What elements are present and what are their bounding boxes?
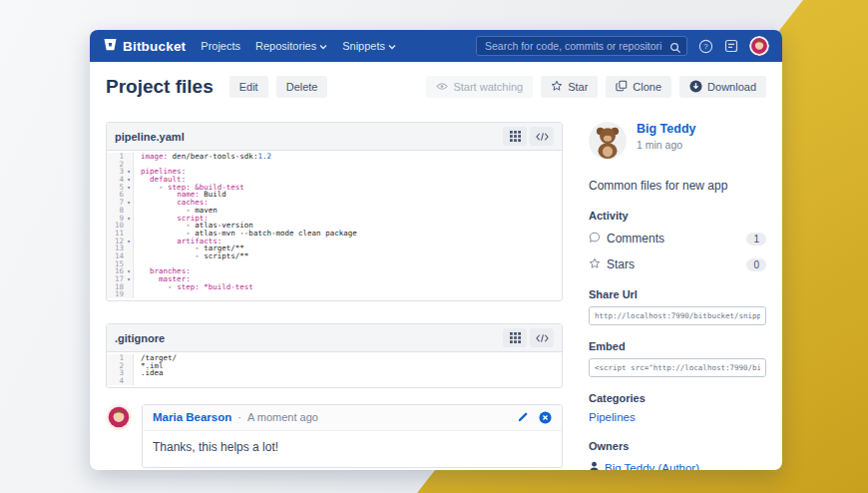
fold-toggle-icon xyxy=(125,230,133,238)
code-line: 4 xyxy=(107,377,562,385)
fold-toggle-icon xyxy=(125,369,133,377)
nav-item-snippets[interactable]: Snippets xyxy=(342,40,396,52)
bitbucket-brand[interactable]: Bitbucket xyxy=(103,37,186,56)
file-header: pipeline.yaml xyxy=(107,123,562,151)
chevron-down-icon xyxy=(388,40,396,52)
snippet-description: Common files for new app xyxy=(589,179,766,193)
share-url-input[interactable] xyxy=(589,306,766,325)
fold-toggle-icon xyxy=(125,252,133,260)
code-line: 1/target/ xyxy=(107,354,562,362)
embed-input[interactable] xyxy=(589,358,766,377)
fold-toggle-icon xyxy=(125,362,133,370)
fold-toggle-icon[interactable]: ▾ xyxy=(125,184,133,192)
bitbucket-logo-icon xyxy=(103,37,118,56)
file-card-gitignore: .gitignore 1/target/2*.iml3.idea4 xyxy=(106,323,563,388)
owners-heading: Owners xyxy=(589,440,766,452)
clone-button[interactable]: Clone xyxy=(606,76,671,98)
delete-comment-icon[interactable] xyxy=(539,411,552,424)
files-column: pipeline.yaml 1image: den/bear-tools-sdk… xyxy=(106,122,563,470)
file-card-pipeline: pipeline.yaml 1image: den/bear-tools-sdk… xyxy=(106,122,563,301)
owner-author-link[interactable]: Big Teddy (Author) xyxy=(605,462,699,470)
nav-user-avatar[interactable] xyxy=(749,36,769,56)
file-name: pipeline.yaml xyxy=(115,131,185,143)
categories-heading: Categories xyxy=(589,392,766,404)
comment-timestamp: A moment ago xyxy=(247,411,318,423)
comment: Maria Bearson · A moment ago Thanks xyxy=(106,404,563,468)
comment-header: Maria Bearson · A moment ago xyxy=(143,405,562,430)
commenter-avatar[interactable] xyxy=(106,404,132,430)
fold-toggle-icon xyxy=(125,222,133,230)
comment-author[interactable]: Maria Bearson xyxy=(153,411,231,423)
fold-toggle-icon xyxy=(125,207,133,215)
search-icon xyxy=(669,40,681,58)
file-name: .gitignore xyxy=(115,332,165,344)
start-watching-button[interactable]: Start watching xyxy=(426,76,533,98)
download-icon xyxy=(689,80,702,95)
activity-row-comments[interactable]: Comments 1 xyxy=(589,230,766,247)
fold-toggle-icon[interactable]: ▾ xyxy=(125,215,133,223)
fold-toggle-icon[interactable]: ▾ xyxy=(125,199,133,207)
line-number: 19 xyxy=(107,290,125,298)
help-icon[interactable]: ? xyxy=(698,39,713,54)
fold-toggle-icon[interactable]: ▾ xyxy=(125,238,133,246)
download-button[interactable]: Download xyxy=(679,76,766,98)
fold-toggle-icon[interactable]: ▾ xyxy=(125,168,133,176)
owner-summary: Big Teddy 1 min ago xyxy=(589,122,766,160)
star-icon xyxy=(589,255,601,273)
line-number: 4 xyxy=(107,377,125,385)
page-title: Project files xyxy=(106,76,214,98)
chevron-down-icon xyxy=(319,40,327,52)
person-icon xyxy=(589,459,600,470)
code-line: 18 - step: *build-test xyxy=(107,283,562,291)
file-header: .gitignore xyxy=(107,324,562,352)
share-url-heading: Share Url xyxy=(589,288,766,300)
fold-toggle-icon xyxy=(125,283,133,291)
grid-view-icon[interactable] xyxy=(503,328,527,347)
fold-toggle-icon[interactable]: ▾ xyxy=(125,176,133,184)
category-link-pipelines[interactable]: Pipelines xyxy=(589,411,636,423)
code-line: 14 - scripts/** xyxy=(107,252,562,260)
owner-name-link[interactable]: Big Teddy xyxy=(637,122,696,136)
fold-toggle-icon xyxy=(125,354,133,362)
delete-button[interactable]: Delete xyxy=(276,76,328,98)
details-sidebar: Big Teddy 1 min ago Common files for new… xyxy=(589,122,766,470)
code-line: 1image: den/bear-tools-sdk:1.2 xyxy=(107,153,562,161)
fold-toggle-icon xyxy=(125,153,133,161)
top-nav: Bitbucket Projects Repositories Snippets… xyxy=(90,30,782,62)
clone-icon xyxy=(616,80,628,94)
share-url-section: Share Url xyxy=(589,288,766,325)
grid-view-icon[interactable] xyxy=(503,127,527,146)
star-button[interactable]: Star xyxy=(541,76,598,98)
edit-button[interactable]: Edit xyxy=(229,76,268,98)
nav-item-projects[interactable]: Projects xyxy=(201,40,240,52)
comment-box: Maria Bearson · A moment ago Thanks xyxy=(142,404,563,468)
owner-avatar[interactable] xyxy=(589,122,627,160)
code-line: 2*.iml xyxy=(107,362,562,370)
edit-comment-icon[interactable] xyxy=(517,411,529,423)
fold-toggle-icon[interactable]: ▾ xyxy=(125,275,133,283)
fold-toggle-icon xyxy=(125,161,133,169)
activity-row-stars[interactable]: Stars 0 xyxy=(589,255,766,273)
fold-toggle-icon[interactable]: ▾ xyxy=(125,267,133,275)
code-view: 1image: den/bear-tools-sdk:1.223▾pipelin… xyxy=(107,151,562,300)
code-line: 19 xyxy=(107,290,562,298)
source-view-icon[interactable] xyxy=(530,328,554,347)
brand-name: Bitbucket xyxy=(123,39,186,54)
source-view-icon[interactable] xyxy=(530,127,554,146)
fold-toggle-icon xyxy=(125,260,133,268)
search-input[interactable] xyxy=(476,36,687,56)
feedback-icon[interactable] xyxy=(724,39,738,53)
categories-section: Categories Pipelines xyxy=(589,392,766,425)
code-view: 1/target/2*.iml3.idea4 xyxy=(107,352,562,387)
owners-section: Owners Big Teddy (Author) xyxy=(589,440,766,470)
nav-item-repositories[interactable]: Repositories xyxy=(255,40,327,52)
star-icon xyxy=(551,80,563,94)
embed-section: Embed xyxy=(589,340,766,377)
comment-body: Thanks, this helps a lot! xyxy=(143,430,562,467)
fold-toggle-icon xyxy=(125,377,133,385)
fold-toggle-icon xyxy=(125,245,133,252)
page-header: Project files Edit Delete Start watching… xyxy=(90,62,782,110)
fold-toggle-icon xyxy=(125,191,133,199)
activity-section: Activity Comments 1 Stars 0 xyxy=(589,210,766,273)
embed-heading: Embed xyxy=(589,340,766,352)
